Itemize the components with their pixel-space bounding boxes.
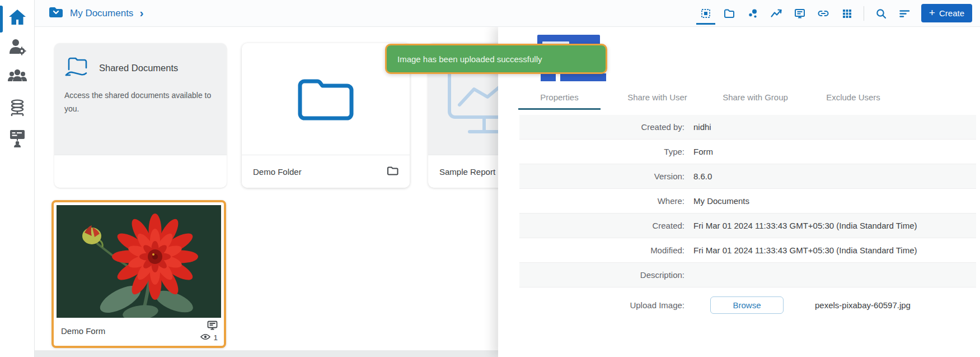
property-row-where: Where: My Documents: [519, 189, 976, 214]
property-row-version: Version: 8.6.0: [519, 164, 976, 189]
property-value: My Documents: [693, 196, 976, 206]
property-row-type: Type: Form: [519, 140, 976, 164]
sidebar-item-groups[interactable]: [0, 69, 35, 84]
property-value: Form: [693, 147, 976, 156]
shared-folder-hand-icon: [64, 55, 91, 80]
card-description: Access the shared documents available to…: [54, 80, 227, 116]
user-settings-icon: [8, 38, 26, 58]
server-icon: [8, 99, 27, 120]
property-label: Modified:: [519, 245, 693, 255]
property-label: Description:: [519, 270, 693, 280]
property-label: Created by:: [519, 122, 693, 132]
demo-form-card[interactable]: Demo Form 1: [51, 200, 226, 348]
sidebar-item-home[interactable]: [0, 8, 35, 29]
eye-icon: [200, 333, 210, 342]
card-footer: [54, 155, 227, 188]
widgets-icon[interactable]: [699, 7, 712, 20]
folder-dropdown-icon: [48, 6, 64, 21]
line-chart-icon[interactable]: [770, 7, 783, 20]
view-count: 1: [213, 333, 218, 342]
browse-button[interactable]: Browse: [710, 296, 784, 314]
property-label: Type:: [519, 147, 693, 156]
card-title: Sample Report: [439, 167, 495, 177]
create-button-label: Create: [939, 8, 964, 18]
upload-image-label: Upload Image:: [519, 300, 693, 310]
document-name-highlight: [560, 73, 606, 81]
training-board-icon: [8, 129, 26, 150]
property-row-created-by: Created by: nidhi: [519, 115, 976, 140]
success-toast: Image has been uploaded successfully: [385, 44, 607, 74]
page-bottom-strip: [35, 350, 498, 357]
view-toolbar: + Create: [699, 4, 980, 22]
property-label: Created:: [519, 221, 693, 230]
property-row-modified: Modified: Fri Mar 01 2024 11:33:43 GMT+0…: [519, 238, 976, 263]
upload-image-row: Upload Image: Browse pexels-pixabay-6059…: [519, 288, 976, 322]
panel-tabs: Properties Share with User Share with Gr…: [510, 85, 902, 110]
create-button[interactable]: + Create: [921, 4, 972, 22]
topbar: My Documents › +: [35, 0, 980, 27]
toolbar-separator: [864, 6, 864, 21]
toast-message: Image has been uploaded successfully: [397, 54, 542, 64]
sidebar-item-user-settings[interactable]: [0, 38, 35, 58]
card-title: Shared Documents: [99, 63, 178, 73]
tab-properties[interactable]: Properties: [510, 85, 608, 110]
property-label: Version:: [519, 171, 693, 181]
property-row-description: Description:: [519, 263, 976, 288]
sidebar-item-server[interactable]: [0, 99, 35, 120]
folder-icon: [297, 74, 355, 124]
link-icon[interactable]: [817, 7, 830, 20]
flower-image: [57, 205, 221, 318]
sidebar: [0, 0, 35, 357]
search-icon[interactable]: [874, 7, 888, 20]
property-label: Where:: [519, 196, 693, 206]
tab-share-with-user[interactable]: Share with User: [608, 85, 706, 110]
sidebar-item-training-board[interactable]: [0, 129, 35, 150]
sort-icon[interactable]: [898, 7, 911, 20]
document-details-panel: Properties Share with User Share with Gr…: [498, 27, 980, 357]
bubbles-icon[interactable]: [746, 7, 759, 20]
breadcrumb-chevron-icon: ›: [139, 7, 143, 18]
tab-share-with-group[interactable]: Share with Group: [706, 85, 804, 110]
breadcrumb-label: My Documents: [70, 8, 133, 19]
card-title: Demo Form: [61, 326, 105, 336]
plus-icon: +: [929, 7, 935, 18]
folder-small-icon: [387, 166, 398, 177]
grid-icon[interactable]: [840, 7, 854, 20]
groups-icon: [8, 69, 27, 84]
shared-documents-card[interactable]: Shared Documents Access the shared docum…: [54, 43, 227, 188]
property-row-created: Created: Fri Mar 01 2024 11:33:43 GMT+05…: [519, 214, 976, 238]
card-title: Demo Folder: [253, 167, 302, 177]
property-value: 8.6.0: [693, 171, 976, 181]
property-value: Fri Mar 01 2024 11:33:43 GMT+05:30 (Indi…: [693, 221, 976, 230]
breadcrumb[interactable]: My Documents ›: [48, 6, 143, 21]
document-type-badge: [541, 73, 556, 81]
tab-exclude-users[interactable]: Exclude Users: [804, 85, 902, 110]
demo-folder-card[interactable]: Demo Folder: [242, 43, 410, 188]
form-icon: [207, 321, 218, 332]
home-icon: [8, 8, 27, 29]
property-value: Fri Mar 01 2024 11:33:43 GMT+05:30 (Indi…: [693, 245, 976, 255]
properties-table: Created by: nidhi Type: Form Version: 8.…: [519, 115, 976, 322]
form-board-icon[interactable]: [793, 7, 806, 20]
property-value: nidhi: [693, 122, 976, 132]
uploaded-filename: pexels-pixabay-60597.jpg: [815, 300, 911, 310]
folder-icon[interactable]: [723, 7, 736, 20]
